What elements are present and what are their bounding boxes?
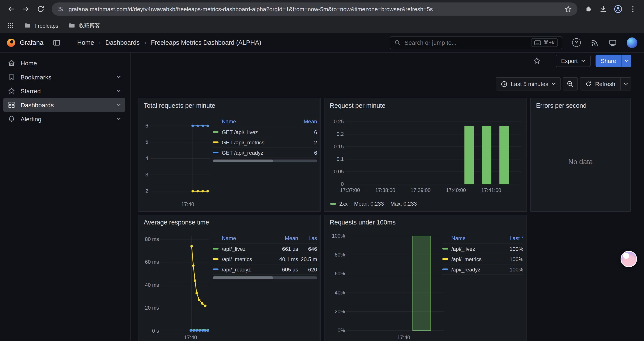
svg-text:80%: 80% bbox=[335, 252, 345, 258]
apps-grid-button[interactable] bbox=[6, 22, 14, 29]
svg-text:6: 6 bbox=[145, 123, 148, 129]
sidebar-item-label: Dashboards bbox=[20, 101, 54, 108]
search-placeholder: Search or jump to... bbox=[405, 39, 456, 46]
svg-text:0.1: 0.1 bbox=[337, 156, 344, 162]
legend-scrollbar[interactable] bbox=[213, 276, 317, 279]
sidebar-item-alerting[interactable]: Alerting bbox=[3, 112, 125, 126]
search-input[interactable]: Search or jump to... ⌘+k bbox=[390, 36, 562, 49]
sidebar-item-starred[interactable]: Starred bbox=[3, 84, 125, 98]
refresh-icon bbox=[585, 81, 592, 87]
breadcrumb-dashboards[interactable]: Dashboards bbox=[106, 39, 140, 46]
bookmark-label: 收藏博客 bbox=[79, 22, 100, 29]
browser-menu-button[interactable] bbox=[626, 2, 640, 16]
back-icon bbox=[7, 5, 15, 13]
legend-row[interactable]: /api/_readyz100% bbox=[442, 264, 523, 275]
zoom-out-button[interactable] bbox=[563, 77, 578, 90]
sidebar-toggle-button[interactable] bbox=[52, 38, 60, 47]
chart-legend-footer[interactable]: 2xx Mean: 0.233 Max: 0.233 bbox=[330, 201, 417, 207]
share-menu-button[interactable] bbox=[622, 55, 631, 67]
legend-row[interactable]: GET /api/_readyz6 bbox=[213, 148, 317, 158]
forward-button[interactable] bbox=[19, 2, 33, 16]
user-avatar[interactable] bbox=[627, 37, 638, 48]
floating-avatar-button[interactable] bbox=[620, 251, 637, 267]
legend-header[interactable]: Las bbox=[298, 235, 317, 241]
series-value: 100% bbox=[500, 256, 523, 262]
sidebar-item-dashboards[interactable]: Dashboards bbox=[3, 98, 125, 112]
sidebar-item-bookmarks[interactable]: Bookmarks bbox=[3, 70, 125, 84]
svg-text:80 ms: 80 ms bbox=[145, 236, 159, 242]
bookmark-icon bbox=[8, 73, 16, 81]
legend-row[interactable]: /api/_livez661 µs646 bbox=[213, 244, 317, 254]
question-mark-icon: ? bbox=[575, 40, 578, 46]
breadcrumb-home[interactable]: Home bbox=[77, 39, 94, 46]
svg-text:0.25: 0.25 bbox=[334, 119, 344, 124]
legend-row[interactable]: /api/_livez100% bbox=[442, 244, 523, 254]
bookmark-item-blog[interactable]: 收藏博客 bbox=[68, 22, 100, 29]
legend-header[interactable]: Mean bbox=[296, 119, 317, 125]
legend-row[interactable]: GET /api/_livez6 bbox=[213, 127, 317, 137]
legend-header-row: NameMeanLas bbox=[213, 233, 317, 244]
request-per-minute-chart: 0.250.20.150.10.05017:37:0017:38:0017:39… bbox=[324, 98, 527, 212]
legend-row[interactable]: /api/_metrics40.1 ms20.5 m bbox=[213, 254, 317, 264]
tune-icon bbox=[57, 5, 64, 13]
svg-text:17:37:00: 17:37:00 bbox=[340, 187, 360, 193]
bookmark-item-freeleaps[interactable]: Freeleaps bbox=[24, 22, 58, 29]
series-value: 100% bbox=[500, 266, 523, 272]
time-range-picker[interactable]: Last 5 minutes bbox=[496, 77, 560, 90]
export-button[interactable]: Export bbox=[556, 55, 590, 67]
share-button[interactable]: Share bbox=[595, 55, 622, 67]
time-range-label: Last 5 minutes bbox=[511, 81, 548, 87]
back-button[interactable] bbox=[4, 2, 18, 16]
downloads-button[interactable] bbox=[596, 2, 610, 16]
panel-title[interactable]: Errors per second bbox=[536, 102, 586, 110]
series-value: 100% bbox=[500, 246, 523, 252]
series-name: 2xx bbox=[339, 201, 348, 207]
chevron-down-icon bbox=[581, 60, 585, 62]
scrollbar-thumb[interactable] bbox=[213, 276, 273, 279]
share-label: Share bbox=[601, 58, 616, 64]
dock-panel-icon bbox=[52, 38, 60, 47]
legend-header[interactable]: Name bbox=[222, 235, 272, 241]
legend-table: NameLast */api/_livez100%/api/_metrics10… bbox=[442, 233, 523, 274]
bookmark-label: Freeleaps bbox=[34, 22, 58, 29]
bookmark-star-icon[interactable] bbox=[564, 5, 572, 13]
legend-scrollbar[interactable] bbox=[213, 160, 317, 162]
help-button[interactable]: ? bbox=[572, 38, 581, 47]
svg-text:17:40: 17:40 bbox=[398, 335, 410, 340]
legend-row[interactable]: GET /api/_metrics2 bbox=[213, 137, 317, 148]
legend-header[interactable]: Last * bbox=[500, 235, 523, 241]
series-marker bbox=[442, 269, 448, 270]
svg-text:20 ms: 20 ms bbox=[145, 305, 159, 311]
clock-icon bbox=[501, 80, 508, 87]
refresh-button[interactable]: Refresh bbox=[580, 78, 620, 90]
svg-text:0.15: 0.15 bbox=[334, 144, 344, 149]
reload-button[interactable] bbox=[34, 2, 48, 16]
profile-button[interactable] bbox=[611, 2, 625, 16]
legend-row[interactable]: /api/_readyz605 µs620 bbox=[213, 264, 317, 275]
legend-header[interactable]: Name bbox=[222, 119, 296, 125]
legend-header[interactable]: Mean bbox=[272, 235, 298, 241]
series-name: GET /api/_livez bbox=[222, 129, 296, 135]
sidebar-item-label: Starred bbox=[20, 87, 41, 94]
kiosk-button[interactable] bbox=[609, 38, 617, 47]
series-mean: Mean: 0.233 bbox=[354, 201, 384, 207]
series-value: 646 bbox=[298, 246, 317, 252]
svg-text:3: 3 bbox=[145, 172, 148, 178]
svg-text:100%: 100% bbox=[332, 233, 345, 239]
grafana-logo[interactable] bbox=[6, 38, 16, 47]
scrollbar-thumb[interactable] bbox=[213, 160, 273, 162]
panel-total-requests-per-minute: Total requests per minute 6543217:40 Nam… bbox=[138, 98, 321, 212]
svg-text:0: 0 bbox=[341, 181, 344, 187]
address-bar[interactable]: grafana.mathmast.com/d/deytv4rwavabkb/fr… bbox=[52, 3, 577, 16]
refresh-interval-button[interactable] bbox=[620, 78, 631, 90]
series-value: 605 µs bbox=[272, 266, 298, 272]
news-button[interactable] bbox=[590, 38, 599, 47]
extensions-button[interactable] bbox=[582, 2, 596, 16]
favorite-dashboard-button[interactable] bbox=[533, 57, 541, 65]
svg-text:2: 2 bbox=[145, 188, 148, 194]
legend-row[interactable]: /api/_metrics100% bbox=[442, 254, 523, 264]
home-icon bbox=[8, 59, 16, 67]
chevron-right-icon: › bbox=[144, 39, 146, 46]
legend-header[interactable]: Name bbox=[451, 235, 500, 241]
sidebar-item-home[interactable]: Home bbox=[3, 56, 125, 70]
